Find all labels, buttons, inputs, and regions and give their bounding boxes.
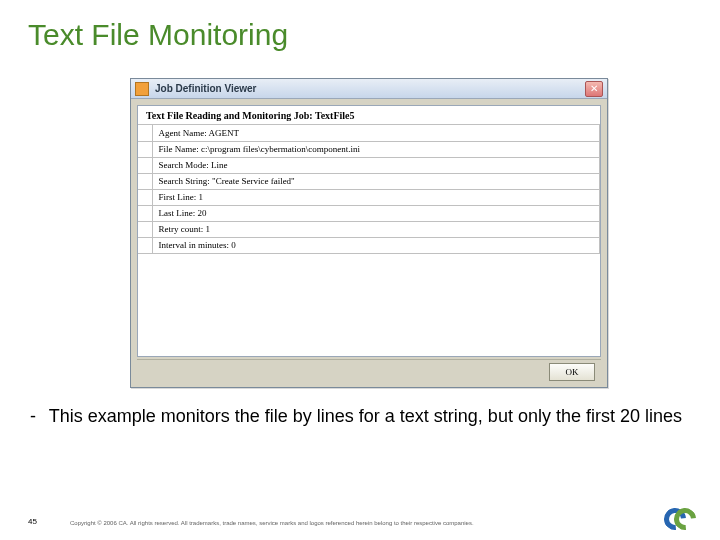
slide-caption: - This example monitors the file by line…	[30, 404, 690, 428]
caption-text: This example monitors the file by lines …	[49, 406, 682, 426]
property-cell: Search Mode: Line	[152, 157, 600, 173]
dialog-footer: OK	[137, 359, 601, 383]
titlebar: Job Definition Viewer ✕	[131, 79, 607, 99]
bullet-dash: -	[30, 404, 44, 428]
page-number: 45	[28, 517, 37, 526]
table-row: Last Line: 20	[138, 205, 600, 221]
property-cell: Last Line: 20	[152, 205, 600, 221]
dialog-window: Job Definition Viewer ✕ Text File Readin…	[130, 78, 608, 388]
window-title: Job Definition Viewer	[155, 83, 585, 94]
table-row: Interval in minutes: 0	[138, 237, 600, 253]
table-row: Search String: "Create Service failed"	[138, 173, 600, 189]
property-cell: Retry count: 1	[152, 221, 600, 237]
table-row: First Line: 1	[138, 189, 600, 205]
close-button[interactable]: ✕	[585, 81, 603, 97]
property-cell: Interval in minutes: 0	[152, 237, 600, 253]
property-cell: Search String: "Create Service failed"	[152, 173, 600, 189]
table-row: File Name: c:\program files\cybermation\…	[138, 141, 600, 157]
table-row: Retry count: 1	[138, 221, 600, 237]
ok-button[interactable]: OK	[549, 363, 595, 381]
content-area: Text File Reading and Monitoring Job: Te…	[137, 105, 601, 357]
ca-logo	[664, 508, 698, 532]
property-cell: Agent Name: AGENT	[152, 125, 600, 141]
slide-title: Text File Monitoring	[0, 0, 720, 52]
property-cell: File Name: c:\program files\cybermation\…	[152, 141, 600, 157]
property-cell: First Line: 1	[152, 189, 600, 205]
job-header: Text File Reading and Monitoring Job: Te…	[138, 106, 600, 125]
property-table: Agent Name: AGENT File Name: c:\program …	[138, 125, 600, 254]
app-icon	[135, 82, 149, 96]
table-row: Search Mode: Line	[138, 157, 600, 173]
copyright-text: Copyright © 2006 CA. All rights reserved…	[70, 520, 474, 526]
table-row: Agent Name: AGENT	[138, 125, 600, 141]
